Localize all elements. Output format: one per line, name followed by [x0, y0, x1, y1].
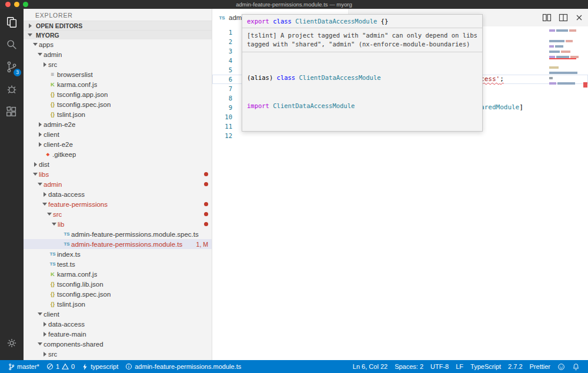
- token: (alias): [247, 74, 277, 81]
- tree-folder-admin[interactable]: admin: [24, 179, 212, 189]
- tree-item-label: tsconfig.spec.json: [57, 291, 111, 298]
- notifications-bell-icon[interactable]: [569, 360, 583, 373]
- token: {}: [377, 18, 388, 25]
- decoration-badge: 1, M: [193, 241, 208, 248]
- tree-item-label: lib: [58, 221, 65, 228]
- chevron-collapsed-icon: [36, 122, 44, 127]
- typescript-version[interactable]: 2.7.2: [505, 360, 526, 373]
- close-editor-icon[interactable]: [575, 14, 583, 22]
- minimap-line: [549, 54, 581, 59]
- debug-icon[interactable]: [0, 78, 24, 100]
- zoom-window-button[interactable]: [23, 2, 28, 7]
- tree-file-tsconfig.spec.json[interactable]: {}tsconfig.spec.json: [24, 289, 212, 299]
- line-number: 8: [212, 93, 232, 103]
- overview-ruler[interactable]: [582, 26, 588, 360]
- tree-item-label: test.ts: [57, 261, 75, 268]
- tree-file-tslint.json[interactable]: {}tslint.json: [24, 109, 212, 119]
- hover-tooltip: export class ClientDataAccessModule {} […: [242, 14, 483, 132]
- git-branch-status[interactable]: master*: [5, 360, 43, 373]
- token: import: [247, 102, 269, 109]
- tree-item-label: feature-main: [48, 331, 86, 338]
- error-dot: [204, 182, 208, 186]
- tslint-status[interactable]: typescript: [78, 360, 122, 373]
- tree-folder-src[interactable]: src: [24, 209, 212, 219]
- tree-folder-client-e2e[interactable]: client-e2e: [24, 139, 212, 149]
- tree-item-label: data-access: [48, 321, 85, 328]
- settings-gear-icon[interactable]: [0, 332, 24, 354]
- hover-import-line: import ClientDataAccessModule: [247, 101, 477, 110]
- source-control-icon[interactable]: 3: [0, 56, 24, 78]
- error-icon: [46, 363, 54, 370]
- window-title: admin-feature-permissions.module.ts — my…: [236, 1, 352, 8]
- sidebar-title: EXPLORER: [24, 9, 212, 21]
- code-line-12[interactable]: 12: [212, 131, 588, 140]
- lint-message-line-2: tagged with "shared", "admin" (nx-enforc…: [247, 40, 477, 49]
- explorer-icon[interactable]: [0, 11, 24, 33]
- tree-file-browserslist[interactable]: ≡browserslist: [24, 69, 212, 79]
- tree-folder-lib[interactable]: lib: [24, 219, 212, 229]
- json-file-icon: {}: [48, 102, 57, 107]
- tree-folder-feature-main[interactable]: feature-main: [24, 329, 212, 339]
- tree-folder-feature-permissions[interactable]: feature-permissions: [24, 199, 212, 209]
- chevron-collapsed-icon: [41, 192, 48, 197]
- token: class: [277, 74, 296, 81]
- tree-folder-src[interactable]: src: [24, 59, 212, 69]
- tree-file-tsconfig.app.json[interactable]: {}tsconfig.app.json: [24, 89, 212, 99]
- code-text: [232, 131, 243, 140]
- tree-folder-admin-e2e[interactable]: admin-e2e: [24, 119, 212, 129]
- encoding[interactable]: UTF-8: [427, 360, 452, 373]
- cursor-position[interactable]: Ln 6, Col 22: [349, 360, 391, 373]
- tree-folder-data-access[interactable]: data-access: [24, 189, 212, 199]
- search-icon[interactable]: [0, 33, 24, 56]
- tree-folder-apps[interactable]: apps: [24, 39, 212, 49]
- warning-count: 0: [71, 363, 75, 370]
- tree-folder-components-shared[interactable]: components-shared: [24, 339, 212, 349]
- info-icon: [125, 363, 132, 370]
- language-mode[interactable]: TypeScript: [467, 360, 505, 373]
- tree-folder-libs[interactable]: libs: [24, 169, 212, 179]
- file-info-status[interactable]: admin-feature-permissions.module.ts: [122, 360, 245, 373]
- minimize-window-button[interactable]: [14, 2, 19, 7]
- hover-alias-line: (alias) class ClientDataAccessModule: [247, 73, 477, 82]
- tree-file-index.ts[interactable]: TSindex.ts: [24, 249, 212, 259]
- tree-item-label: client-e2e: [44, 141, 73, 148]
- tree-file-tslint.json[interactable]: {}tslint.json: [24, 299, 212, 309]
- chevron-collapsed-icon: [36, 132, 44, 137]
- tree-item-label: admin-feature-permissions.module.ts: [71, 241, 182, 248]
- tree-file-admin-feature-permissions.module.spec.ts[interactable]: TSadmin-feature-permissions.module.spec.…: [24, 229, 212, 239]
- tree-folder-src[interactable]: src: [24, 349, 212, 359]
- tree-file-test.ts[interactable]: TStest.ts: [24, 259, 212, 269]
- folder-root-header[interactable]: MYORG: [24, 30, 212, 39]
- warning-icon: [62, 363, 69, 370]
- tree-folder-admin[interactable]: admin: [24, 49, 212, 59]
- eol[interactable]: LF: [452, 360, 467, 373]
- json-file-icon: {}: [48, 301, 57, 307]
- branch-label: master*: [17, 363, 39, 370]
- tree-file-karma.conf.js[interactable]: Kkarma.conf.js: [24, 269, 212, 279]
- problems-status[interactable]: 1 0: [43, 360, 78, 373]
- tree-folder-client[interactable]: client: [24, 129, 212, 139]
- tree-folder-client[interactable]: client: [24, 309, 212, 319]
- open-changes-icon[interactable]: [542, 13, 552, 22]
- split-editor-icon[interactable]: [559, 13, 568, 22]
- indentation[interactable]: Spaces: 2: [391, 360, 427, 373]
- minimap[interactable]: [549, 28, 581, 91]
- tree-file-tsconfig.spec.json[interactable]: {}tsconfig.spec.json: [24, 99, 212, 109]
- tree-folder-data-access[interactable]: data-access: [24, 319, 212, 329]
- tree-item-label: tsconfig.app.json: [57, 91, 108, 98]
- minimap-line: [549, 70, 581, 75]
- chevron-collapsed-icon: [26, 23, 34, 28]
- close-window-button[interactable]: [5, 2, 11, 7]
- tree-file-karma.conf.js[interactable]: Kkarma.conf.js: [24, 79, 212, 89]
- tree-file-admin-feature-permissions.module.ts[interactable]: TSadmin-feature-permissions.module.ts1, …: [24, 239, 212, 249]
- prettier-status[interactable]: Prettier: [526, 360, 554, 373]
- tree-file-.gitkeep[interactable]: ◆.gitkeep: [24, 149, 212, 159]
- tree-file-tsconfig.lib.json[interactable]: {}tsconfig.lib.json: [24, 279, 212, 289]
- minimap-line: [549, 75, 581, 80]
- minimap-line: [549, 28, 581, 33]
- open-editors-header[interactable]: OPEN EDITORS: [24, 21, 212, 30]
- tree-folder-dist[interactable]: dist: [24, 159, 212, 169]
- feedback-smiley-icon[interactable]: [554, 360, 569, 373]
- open-editors-label: OPEN EDITORS: [36, 22, 82, 29]
- extensions-icon[interactable]: [0, 100, 24, 123]
